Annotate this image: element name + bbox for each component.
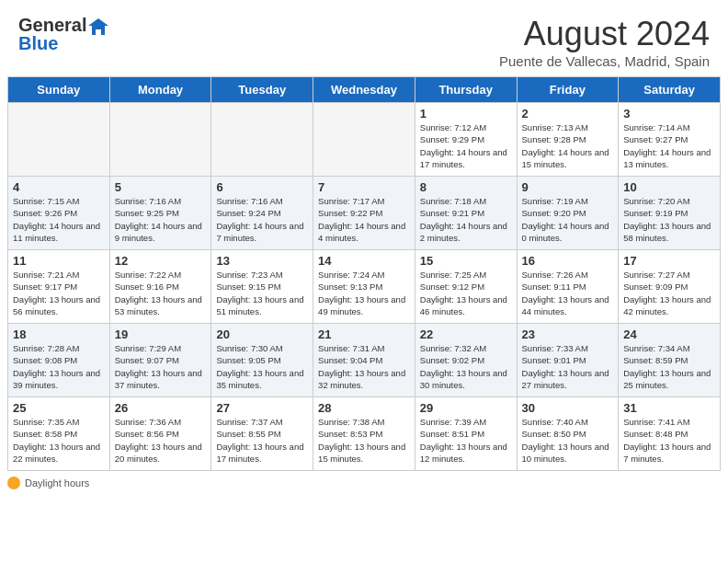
calendar-table: SundayMondayTuesdayWednesdayThursdayFrid… — [7, 76, 721, 471]
day-number: 19 — [115, 327, 207, 341]
day-header-tuesday: Tuesday — [211, 77, 313, 103]
day-info: Sunrise: 7:40 AM Sunset: 8:50 PM Dayligh… — [522, 416, 614, 465]
calendar-cell: 30Sunrise: 7:40 AM Sunset: 8:50 PM Dayli… — [517, 397, 619, 471]
calendar-cell: 11Sunrise: 7:21 AM Sunset: 9:17 PM Dayli… — [8, 250, 110, 324]
calendar-cell: 16Sunrise: 7:26 AM Sunset: 9:11 PM Dayli… — [517, 250, 619, 324]
calendar-cell: 10Sunrise: 7:20 AM Sunset: 9:19 PM Dayli… — [619, 177, 721, 250]
day-info: Sunrise: 7:15 AM Sunset: 9:26 PM Dayligh… — [13, 195, 105, 244]
day-info: Sunrise: 7:37 AM Sunset: 8:55 PM Dayligh… — [216, 416, 308, 465]
calendar-cell: 6Sunrise: 7:16 AM Sunset: 9:24 PM Daylig… — [211, 177, 313, 250]
day-number: 30 — [522, 401, 614, 415]
day-info: Sunrise: 7:21 AM Sunset: 9:17 PM Dayligh… — [13, 269, 105, 317]
day-info: Sunrise: 7:19 AM Sunset: 9:20 PM Dayligh… — [522, 195, 614, 244]
day-info: Sunrise: 7:32 AM Sunset: 9:02 PM Dayligh… — [420, 342, 512, 391]
calendar-cell: 1Sunrise: 7:12 AM Sunset: 9:29 PM Daylig… — [415, 103, 517, 177]
calendar-cell: 28Sunrise: 7:38 AM Sunset: 8:53 PM Dayli… — [313, 397, 415, 471]
day-info: Sunrise: 7:33 AM Sunset: 9:01 PM Dayligh… — [522, 342, 614, 391]
day-number: 7 — [318, 180, 410, 194]
day-info: Sunrise: 7:13 AM Sunset: 9:28 PM Dayligh… — [522, 121, 614, 170]
calendar-cell: 21Sunrise: 7:31 AM Sunset: 9:04 PM Dayli… — [313, 324, 415, 397]
day-info: Sunrise: 7:16 AM Sunset: 9:24 PM Dayligh… — [216, 195, 308, 244]
day-number: 20 — [216, 327, 308, 341]
calendar-cell: 12Sunrise: 7:22 AM Sunset: 9:16 PM Dayli… — [109, 250, 211, 324]
calendar-cell: 25Sunrise: 7:35 AM Sunset: 8:58 PM Dayli… — [8, 397, 110, 471]
day-number: 29 — [420, 401, 512, 415]
day-number: 25 — [13, 401, 105, 415]
calendar-cell: 5Sunrise: 7:16 AM Sunset: 9:25 PM Daylig… — [109, 177, 211, 250]
day-info: Sunrise: 7:28 AM Sunset: 9:08 PM Dayligh… — [13, 342, 105, 391]
day-number: 1 — [420, 107, 512, 121]
day-number: 14 — [318, 254, 410, 268]
calendar-cell — [8, 103, 110, 177]
day-info: Sunrise: 7:35 AM Sunset: 8:58 PM Dayligh… — [13, 416, 105, 465]
svg-marker-0 — [88, 18, 108, 35]
calendar-cell: 24Sunrise: 7:34 AM Sunset: 8:59 PM Dayli… — [619, 324, 721, 397]
day-number: 21 — [318, 327, 410, 341]
calendar-cell: 19Sunrise: 7:29 AM Sunset: 9:07 PM Dayli… — [109, 324, 211, 397]
day-header-saturday: Saturday — [619, 77, 721, 103]
day-info: Sunrise: 7:16 AM Sunset: 9:25 PM Dayligh… — [115, 195, 207, 244]
calendar-cell: 8Sunrise: 7:18 AM Sunset: 9:21 PM Daylig… — [415, 177, 517, 250]
calendar-cell: 20Sunrise: 7:30 AM Sunset: 9:05 PM Dayli… — [211, 324, 313, 397]
day-number: 24 — [623, 327, 715, 341]
day-info: Sunrise: 7:27 AM Sunset: 9:09 PM Dayligh… — [623, 269, 715, 317]
calendar-cell: 17Sunrise: 7:27 AM Sunset: 9:09 PM Dayli… — [619, 250, 721, 324]
day-info: Sunrise: 7:25 AM Sunset: 9:12 PM Dayligh… — [420, 269, 512, 317]
day-number: 18 — [13, 327, 105, 341]
day-number: 9 — [522, 180, 614, 194]
calendar-cell: 2Sunrise: 7:13 AM Sunset: 9:28 PM Daylig… — [517, 103, 619, 177]
day-number: 2 — [522, 107, 614, 121]
day-number: 3 — [623, 107, 715, 121]
day-info: Sunrise: 7:38 AM Sunset: 8:53 PM Dayligh… — [318, 416, 410, 465]
day-header-sunday: Sunday — [8, 77, 110, 103]
day-info: Sunrise: 7:23 AM Sunset: 9:15 PM Dayligh… — [216, 269, 308, 317]
calendar-cell — [211, 103, 313, 177]
day-number: 17 — [623, 254, 715, 268]
calendar-cell: 14Sunrise: 7:24 AM Sunset: 9:13 PM Dayli… — [313, 250, 415, 324]
day-number: 13 — [216, 254, 308, 268]
day-number: 23 — [522, 327, 614, 341]
day-info: Sunrise: 7:24 AM Sunset: 9:13 PM Dayligh… — [318, 269, 410, 317]
day-number: 10 — [623, 180, 715, 194]
day-number: 26 — [115, 401, 207, 415]
calendar-cell: 4Sunrise: 7:15 AM Sunset: 9:26 PM Daylig… — [8, 177, 110, 250]
calendar-cell — [109, 103, 211, 177]
logo-bird-icon — [88, 17, 108, 37]
day-info: Sunrise: 7:14 AM Sunset: 9:27 PM Dayligh… — [623, 121, 715, 170]
title-block: August 2024 Puente de Vallecas, Madrid, … — [499, 15, 710, 69]
day-header-friday: Friday — [517, 77, 619, 103]
day-number: 15 — [420, 254, 512, 268]
day-number: 22 — [420, 327, 512, 341]
calendar-cell: 22Sunrise: 7:32 AM Sunset: 9:02 PM Dayli… — [415, 324, 517, 397]
day-info: Sunrise: 7:12 AM Sunset: 9:29 PM Dayligh… — [420, 121, 512, 170]
day-info: Sunrise: 7:17 AM Sunset: 9:22 PM Dayligh… — [318, 195, 410, 244]
calendar-cell: 3Sunrise: 7:14 AM Sunset: 9:27 PM Daylig… — [619, 103, 721, 177]
calendar-cell — [313, 103, 415, 177]
day-info: Sunrise: 7:31 AM Sunset: 9:04 PM Dayligh… — [318, 342, 410, 391]
day-info: Sunrise: 7:26 AM Sunset: 9:11 PM Dayligh… — [522, 269, 614, 317]
day-info: Sunrise: 7:30 AM Sunset: 9:05 PM Dayligh… — [216, 342, 308, 391]
day-info: Sunrise: 7:39 AM Sunset: 8:51 PM Dayligh… — [420, 416, 512, 465]
calendar-cell: 27Sunrise: 7:37 AM Sunset: 8:55 PM Dayli… — [211, 397, 313, 471]
day-info: Sunrise: 7:29 AM Sunset: 9:07 PM Dayligh… — [115, 342, 207, 391]
calendar-cell: 18Sunrise: 7:28 AM Sunset: 9:08 PM Dayli… — [8, 324, 110, 397]
daylight-label: Daylight hours — [25, 477, 89, 488]
day-number: 27 — [216, 401, 308, 415]
calendar-cell: 7Sunrise: 7:17 AM Sunset: 9:22 PM Daylig… — [313, 177, 415, 250]
day-number: 6 — [216, 180, 308, 194]
day-number: 4 — [13, 180, 105, 194]
month-year: August 2024 — [499, 15, 710, 53]
calendar-cell: 31Sunrise: 7:41 AM Sunset: 8:48 PM Dayli… — [619, 397, 721, 471]
day-number: 12 — [115, 254, 207, 268]
day-info: Sunrise: 7:20 AM Sunset: 9:19 PM Dayligh… — [623, 195, 715, 244]
calendar-cell: 13Sunrise: 7:23 AM Sunset: 9:15 PM Dayli… — [211, 250, 313, 324]
page-header: General Blue August 2024 Puente de Valle… — [0, 0, 728, 76]
day-number: 16 — [522, 254, 614, 268]
day-info: Sunrise: 7:36 AM Sunset: 8:56 PM Dayligh… — [115, 416, 207, 465]
day-info: Sunrise: 7:22 AM Sunset: 9:16 PM Dayligh… — [115, 269, 207, 317]
footer: Daylight hours — [0, 471, 728, 495]
calendar-cell: 15Sunrise: 7:25 AM Sunset: 9:12 PM Dayli… — [415, 250, 517, 324]
sun-icon — [7, 477, 20, 489]
calendar-cell: 29Sunrise: 7:39 AM Sunset: 8:51 PM Dayli… — [415, 397, 517, 471]
day-number: 8 — [420, 180, 512, 194]
